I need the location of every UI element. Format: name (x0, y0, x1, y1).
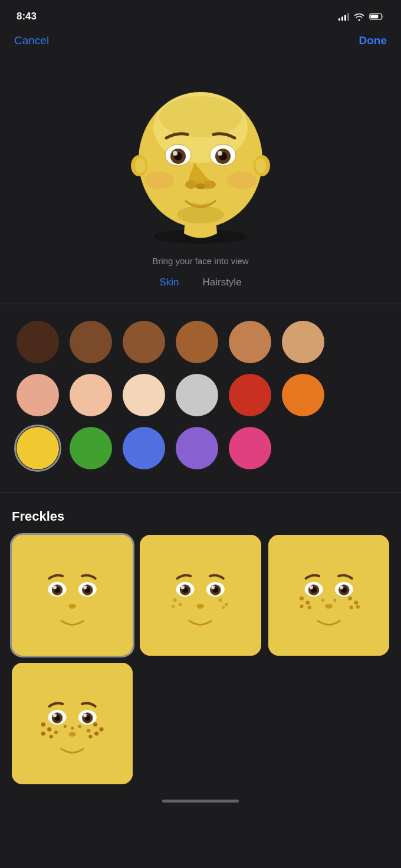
swatch-purple[interactable] (176, 427, 218, 469)
swatch-peach-light[interactable] (70, 374, 112, 416)
svg-point-64 (325, 604, 332, 609)
svg-point-22 (196, 183, 205, 189)
svg-point-84 (83, 714, 87, 718)
svg-point-55 (281, 549, 376, 648)
svg-point-97 (78, 725, 81, 728)
svg-point-85 (68, 732, 75, 737)
svg-point-38 (153, 549, 248, 648)
swatch-red[interactable] (229, 374, 271, 416)
svg-point-46 (211, 586, 215, 589)
svg-point-18 (218, 151, 222, 156)
swatch-yellow[interactable] (17, 427, 59, 469)
svg-point-65 (300, 596, 304, 600)
svg-point-42 (181, 586, 185, 589)
svg-point-51 (219, 599, 222, 602)
freckles-bottom-row (12, 663, 389, 784)
avatar-face (118, 68, 283, 245)
svg-point-21 (204, 180, 216, 189)
swatch-blue[interactable] (123, 427, 165, 469)
battery-icon (369, 12, 384, 21)
freckles-heavy[interactable] (12, 663, 133, 784)
svg-point-35 (83, 586, 87, 589)
svg-point-36 (69, 604, 76, 609)
svg-point-8 (255, 158, 266, 173)
color-palette (0, 304, 401, 492)
swatch-peach-tan[interactable] (282, 321, 324, 363)
svg-point-63 (340, 586, 343, 589)
swatch-tan-brown[interactable] (176, 321, 218, 363)
svg-point-59 (309, 586, 313, 589)
status-icons (338, 12, 384, 21)
scroll-pill (162, 800, 239, 803)
svg-point-25 (227, 172, 257, 189)
svg-point-80 (53, 714, 57, 718)
done-button[interactable]: Done (359, 34, 387, 47)
svg-point-98 (71, 727, 74, 730)
scroll-indicator (0, 794, 401, 806)
swatch-orange[interactable] (282, 374, 324, 416)
svg-point-90 (54, 731, 58, 734)
nav-bar: Cancel Done (0, 29, 401, 57)
svg-point-91 (93, 722, 97, 726)
swatch-warm-brown[interactable] (123, 321, 165, 363)
svg-point-49 (179, 603, 182, 606)
svg-point-70 (354, 600, 358, 604)
svg-point-74 (333, 599, 336, 601)
svg-point-68 (307, 606, 311, 609)
tabs: Skin Hairstyle (159, 277, 241, 298)
svg-point-95 (87, 729, 90, 732)
swatch-light-pink[interactable] (17, 374, 59, 416)
face-hint: Bring your face into view (152, 256, 248, 266)
svg-point-53 (222, 606, 225, 609)
swatch-green[interactable] (70, 427, 112, 469)
svg-point-48 (173, 599, 177, 602)
color-row-3 (17, 427, 384, 469)
svg-point-72 (356, 605, 360, 609)
swatch-gray[interactable] (176, 374, 218, 416)
svg-point-27 (25, 549, 120, 648)
svg-point-71 (349, 606, 353, 609)
cancel-button[interactable]: Cancel (14, 34, 49, 47)
swatch-pink[interactable] (229, 427, 271, 469)
freckles-grid (12, 535, 389, 656)
signal-icon (338, 12, 349, 21)
svg-point-24 (144, 172, 174, 189)
svg-point-20 (185, 180, 197, 189)
svg-rect-1 (370, 15, 378, 19)
freckles-title: Freckles (12, 509, 389, 524)
freckles-section: Freckles (0, 492, 401, 794)
svg-point-76 (25, 677, 120, 776)
svg-point-13 (173, 151, 178, 156)
swatch-light-tan[interactable] (229, 321, 271, 363)
svg-point-50 (172, 605, 175, 608)
svg-point-47 (197, 604, 204, 609)
color-row-2 (17, 374, 384, 416)
svg-point-92 (99, 728, 103, 732)
freckles-light[interactable] (140, 535, 261, 656)
status-time: 8:43 (17, 11, 37, 22)
swatch-dark-brown[interactable] (17, 321, 59, 363)
svg-point-23 (177, 206, 224, 223)
freckles-none[interactable] (12, 535, 133, 656)
svg-point-6 (135, 158, 146, 173)
svg-point-9 (159, 96, 242, 137)
svg-point-31 (53, 586, 57, 589)
svg-point-52 (225, 603, 228, 606)
svg-point-86 (41, 722, 45, 726)
svg-point-66 (305, 600, 310, 604)
svg-point-67 (300, 604, 303, 608)
svg-point-87 (47, 728, 51, 732)
swatch-medium-brown[interactable] (70, 321, 112, 363)
svg-point-73 (321, 599, 324, 601)
freckles-medium[interactable] (268, 535, 389, 656)
svg-point-88 (41, 732, 45, 736)
tab-skin[interactable]: Skin (159, 277, 179, 290)
svg-point-93 (94, 732, 98, 736)
color-row-1 (17, 321, 384, 363)
status-bar: 8:43 (0, 0, 401, 29)
avatar-area: Bring your face into view Skin Hairstyle (0, 57, 401, 304)
svg-point-89 (50, 735, 53, 738)
svg-point-94 (88, 735, 92, 738)
tab-hairstyle[interactable]: Hairstyle (202, 277, 241, 290)
swatch-very-light[interactable] (123, 374, 165, 416)
